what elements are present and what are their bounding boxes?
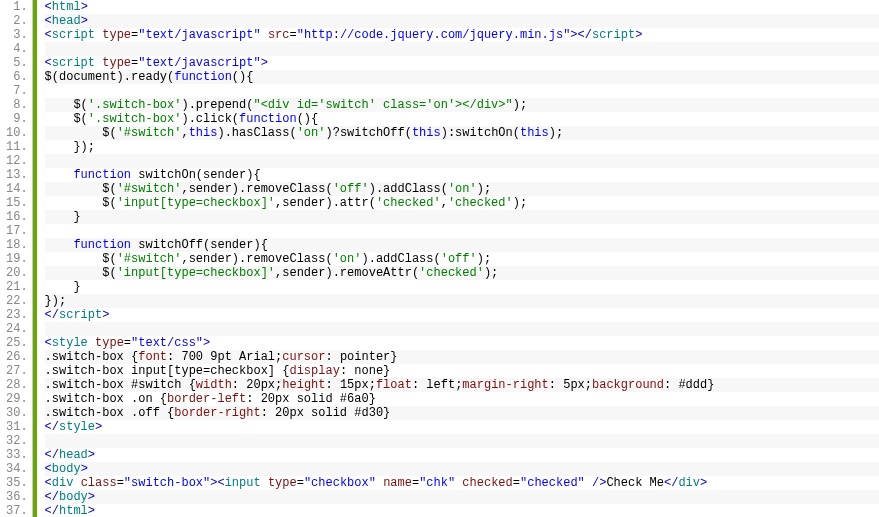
code-content[interactable]: <html><head><script type="text/javascrip… <box>37 0 879 517</box>
code-line[interactable] <box>45 84 879 98</box>
code-line[interactable]: } <box>45 280 879 294</box>
line-number-gutter: 1.2.3.4.5.6.7.8.9.10.11.12.13.14.15.16.1… <box>0 0 33 517</box>
code-line[interactable]: $('#switch',this).hasClass('on')?switchO… <box>45 126 879 140</box>
line-number: 9. <box>6 112 28 126</box>
line-number: 1. <box>6 0 28 14</box>
line-number: 7. <box>6 84 28 98</box>
code-line[interactable] <box>45 154 879 168</box>
line-number: 27. <box>6 364 28 378</box>
line-number: 35. <box>6 476 28 490</box>
code-line[interactable]: function switchOff(sender){ <box>45 238 879 252</box>
line-number: 32. <box>6 434 28 448</box>
line-number: 11. <box>6 140 28 154</box>
code-line[interactable]: <script type="text/javascript"> <box>45 56 879 70</box>
code-line[interactable]: $('input[type=checkbox]',sender).attr('c… <box>45 196 879 210</box>
line-number: 4. <box>6 42 28 56</box>
line-number: 10. <box>6 126 28 140</box>
code-line[interactable]: </body> <box>45 490 879 504</box>
code-line[interactable]: <div class="switch-box"><input type="che… <box>45 476 879 490</box>
line-number: 34. <box>6 462 28 476</box>
line-number: 20. <box>6 266 28 280</box>
code-line[interactable]: <body> <box>45 462 879 476</box>
line-number: 2. <box>6 14 28 28</box>
line-number: 36. <box>6 490 28 504</box>
line-number: 12. <box>6 154 28 168</box>
code-line[interactable]: $('#switch',sender).removeClass('off').a… <box>45 182 879 196</box>
line-number: 21. <box>6 280 28 294</box>
code-line[interactable]: $('#switch',sender).removeClass('on').ad… <box>45 252 879 266</box>
code-line[interactable] <box>45 322 879 336</box>
line-number: 3. <box>6 28 28 42</box>
line-number: 5. <box>6 56 28 70</box>
code-line[interactable]: .switch-box {font: 700 9pt Arial;cursor:… <box>45 350 879 364</box>
code-line[interactable]: </html> <box>45 504 879 517</box>
code-line[interactable]: } <box>45 210 879 224</box>
line-number: 33. <box>6 448 28 462</box>
code-line[interactable]: <head> <box>45 14 879 28</box>
line-number: 13. <box>6 168 28 182</box>
code-line[interactable]: .switch-box .on {border-left: 20px solid… <box>45 392 879 406</box>
code-line[interactable] <box>45 224 879 238</box>
code-line[interactable]: }); <box>45 294 879 308</box>
line-number: 19. <box>6 252 28 266</box>
code-line[interactable]: $('.switch-box').click(function(){ <box>45 112 879 126</box>
code-line[interactable]: </style> <box>45 420 879 434</box>
code-line[interactable]: $('input[type=checkbox]',sender).removeA… <box>45 266 879 280</box>
code-line[interactable]: </head> <box>45 448 879 462</box>
line-number: 23. <box>6 308 28 322</box>
line-number: 15. <box>6 196 28 210</box>
code-line[interactable]: <html> <box>45 0 879 14</box>
line-number: 28. <box>6 378 28 392</box>
code-line[interactable] <box>45 42 879 56</box>
line-number: 30. <box>6 406 28 420</box>
code-line[interactable]: <style type="text/css"> <box>45 336 879 350</box>
code-line[interactable]: <script type="text/javascript" src="http… <box>45 28 879 42</box>
code-editor: 1.2.3.4.5.6.7.8.9.10.11.12.13.14.15.16.1… <box>0 0 879 517</box>
line-number: 14. <box>6 182 28 196</box>
code-line[interactable]: </script> <box>45 308 879 322</box>
line-number: 26. <box>6 350 28 364</box>
code-line[interactable]: $(document).ready(function(){ <box>45 70 879 84</box>
code-line[interactable]: function switchOn(sender){ <box>45 168 879 182</box>
line-number: 22. <box>6 294 28 308</box>
line-number: 8. <box>6 98 28 112</box>
line-number: 31. <box>6 420 28 434</box>
code-line[interactable]: $('.switch-box').prepend("<div id='switc… <box>45 98 879 112</box>
line-number: 16. <box>6 210 28 224</box>
code-line[interactable]: }); <box>45 140 879 154</box>
line-number: 24. <box>6 322 28 336</box>
code-line[interactable] <box>45 434 879 448</box>
line-number: 6. <box>6 70 28 84</box>
code-line[interactable]: .switch-box #switch {width: 20px;height:… <box>45 378 879 392</box>
line-number: 17. <box>6 224 28 238</box>
line-number: 29. <box>6 392 28 406</box>
line-number: 25. <box>6 336 28 350</box>
line-number: 18. <box>6 238 28 252</box>
code-line[interactable]: .switch-box .off {border-right: 20px sol… <box>45 406 879 420</box>
code-line[interactable]: .switch-box input[type=checkbox] {displa… <box>45 364 879 378</box>
line-number: 37. <box>6 504 28 517</box>
